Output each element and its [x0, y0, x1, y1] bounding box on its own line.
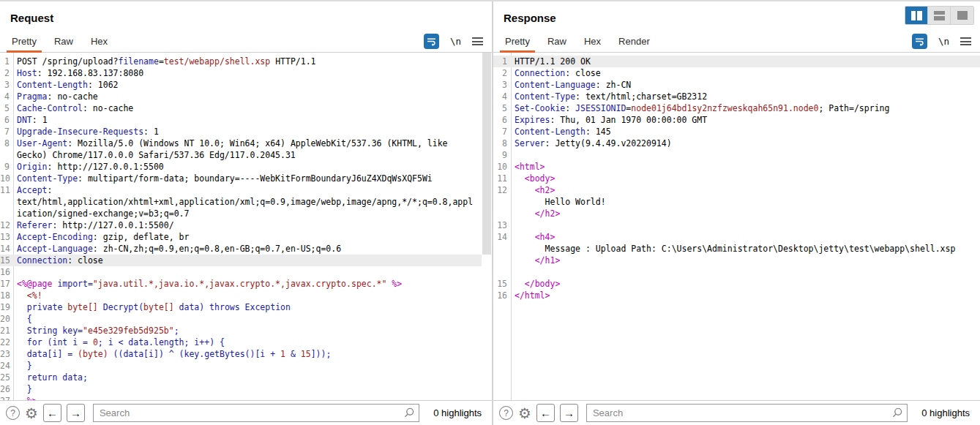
response-tab-hex[interactable]: Hex	[583, 33, 602, 52]
code-line[interactable]: 15Connection: close	[0, 255, 482, 266]
request-header: Request	[0, 1, 492, 34]
line-number: 4	[0, 91, 13, 102]
next-match-button[interactable]: →	[560, 404, 578, 422]
code-line[interactable]: 5Set-Cookie: JSESSIONID=node01j64bd1sy2n…	[493, 102, 980, 114]
code-line[interactable]: 9	[493, 149, 980, 161]
single-view-icon[interactable]	[951, 7, 973, 24]
code-line[interactable]: </h1>	[493, 255, 980, 266]
code-line[interactable]: 12Referer: http://127.0.0.1:5500/	[0, 219, 492, 231]
code-line[interactable]: 27 %>	[0, 395, 492, 400]
line-number	[0, 208, 13, 219]
code-line[interactable]: 10Content-Type: multipart/form-data; bou…	[0, 173, 492, 184]
code-line[interactable]: 22 for (int i = 0; i < data.length; i++)…	[0, 336, 492, 348]
code-line[interactable]: 26 }	[0, 383, 492, 395]
code-text: <body>	[511, 173, 980, 184]
code-line[interactable]: 9Origin: http://127.0.0.1:5500	[0, 161, 492, 173]
help-icon[interactable]: ?	[499, 406, 513, 420]
code-line[interactable]: 18 <%!	[0, 290, 492, 301]
code-line[interactable]: 8Server: Jetty(9.4.49.v20220914)	[493, 138, 980, 149]
code-line[interactable]: 13	[493, 219, 980, 231]
code-line[interactable]: 12 <h2>	[493, 184, 980, 196]
code-line[interactable]: 4Content-Type: text/html;charset=GB2312	[493, 91, 980, 102]
code-text	[511, 149, 980, 161]
code-text: Host: 192.168.83.137:8080	[13, 67, 492, 79]
code-text: Message : Upload Path: C:\Users\Administ…	[511, 243, 980, 255]
hamburger-menu-icon[interactable]	[472, 37, 483, 45]
code-line[interactable]: 19 private byte[] Decrypt(byte[] data) t…	[0, 301, 492, 313]
line-number: 25	[0, 372, 13, 383]
request-tab-pretty[interactable]: Pretty	[10, 33, 38, 52]
code-line[interactable]: 14Accept-Language: zh-CN,zh;q=0.9,en;q=0…	[0, 243, 492, 255]
code-line[interactable]: 7Upgrade-Insecure-Requests: 1	[0, 126, 492, 138]
code-line[interactable]: 23 data[i] = (byte) ((data[i]) ^ (key.ge…	[0, 348, 492, 360]
next-match-button[interactable]: →	[67, 404, 85, 422]
code-line[interactable]: 4Pragma: no-cache	[0, 91, 492, 102]
word-wrap-icon[interactable]	[424, 34, 439, 49]
side-by-side-view-icon[interactable]	[905, 7, 928, 24]
code-line[interactable]: 11Accept:	[0, 184, 492, 196]
code-text: }	[13, 360, 492, 372]
code-line[interactable]: 1HTTP/1.1 200 OK	[493, 56, 980, 67]
code-line[interactable]: ication/signed-exchange;v=b3;q=0.7	[0, 208, 492, 219]
word-wrap-icon[interactable]	[912, 34, 927, 49]
response-searchbar: ? ⚙ ← → 0 highlights	[493, 400, 980, 425]
code-text: <%!	[13, 290, 492, 301]
request-tab-hex[interactable]: Hex	[89, 33, 109, 52]
request-scrollbar[interactable]	[482, 53, 492, 400]
tab-label: Hex	[91, 36, 108, 47]
code-line[interactable]	[493, 266, 980, 278]
help-icon[interactable]: ?	[6, 406, 20, 420]
gear-icon[interactable]: ⚙	[25, 406, 38, 421]
stacked-view-icon[interactable]	[928, 7, 951, 24]
code-text: {	[13, 313, 492, 325]
code-line[interactable]: 3Content-Language: zh-CN	[493, 79, 980, 91]
code-line[interactable]: Hello World!	[493, 196, 980, 208]
code-line[interactable]: Message : Upload Path: C:\Users\Administ…	[493, 243, 980, 255]
response-tab-render[interactable]: Render	[617, 33, 651, 52]
code-line[interactable]: 16</html>	[493, 290, 980, 301]
response-tab-raw[interactable]: Raw	[546, 33, 568, 52]
prev-match-button[interactable]: ←	[536, 404, 555, 422]
line-number: 17	[0, 278, 13, 290]
code-line[interactable]: Gecko) Chrome/117.0.0.0 Safari/537.36 Ed…	[0, 149, 492, 161]
code-line[interactable]: 3Content-Length: 1062	[0, 79, 492, 91]
code-line[interactable]: 15 </body>	[493, 278, 980, 290]
response-tab-pretty[interactable]: Pretty	[504, 33, 531, 52]
code-line[interactable]: text/html,application/xhtml+xml,applicat…	[0, 196, 492, 208]
code-line[interactable]: 1POST /spring/upload?filename=test/webap…	[0, 56, 492, 67]
code-line[interactable]: 10<html>	[493, 161, 980, 173]
newline-toggle-icon[interactable]: \n	[450, 36, 461, 47]
code-line[interactable]: 24 }	[0, 360, 492, 372]
code-line[interactable]: 14 <h4>	[493, 231, 980, 243]
request-scrollbar-thumb[interactable]	[482, 53, 491, 255]
code-line[interactable]: 2Host: 192.168.83.137:8080	[0, 67, 492, 79]
code-line[interactable]: 21 String key="e45e329feb5d925b";	[0, 325, 492, 336]
code-line[interactable]: 6Expires: Thu, 01 Jan 1970 00:00:00 GMT	[493, 114, 980, 126]
code-line[interactable]: 13Accept-Encoding: gzip, deflate, br	[0, 231, 492, 243]
hamburger-menu-icon[interactable]	[960, 37, 971, 45]
code-line[interactable]: 16	[0, 266, 492, 278]
code-line[interactable]: 20 {	[0, 313, 492, 325]
line-number: 23	[0, 348, 13, 360]
code-line[interactable]: 7Content-Length: 145	[493, 126, 980, 138]
code-line[interactable]: </h2>	[493, 208, 980, 219]
code-line[interactable]: 11 <body>	[493, 173, 980, 184]
code-line[interactable]: 17<%@page import="java.util.*,java.io.*,…	[0, 278, 492, 290]
gear-icon[interactable]: ⚙	[518, 406, 531, 421]
request-editor[interactable]: 1POST /spring/upload?filename=test/webap…	[0, 53, 492, 400]
code-line[interactable]: 6DNT: 1	[0, 114, 492, 126]
request-tab-raw[interactable]: Raw	[53, 33, 75, 52]
code-line[interactable]: 2Connection: close	[493, 67, 980, 79]
code-text: Gecko) Chrome/117.0.0.0 Safari/537.36 Ed…	[13, 149, 492, 161]
code-line[interactable]: 8User-Agent: Mozilla/5.0 (Windows NT 10.…	[0, 138, 492, 149]
prev-match-button[interactable]: ←	[43, 404, 61, 422]
newline-toggle-icon[interactable]: \n	[938, 36, 949, 47]
request-search-input[interactable]	[93, 404, 419, 422]
response-search-input[interactable]	[586, 404, 908, 422]
response-editor[interactable]: 1HTTP/1.1 200 OK2Connection: close3Conte…	[493, 53, 980, 400]
line-number: 12	[493, 184, 511, 196]
line-number: 20	[0, 313, 13, 325]
code-line[interactable]: 5Cache-Control: no-cache	[0, 102, 492, 114]
code-text: Connection: close	[511, 67, 980, 79]
code-line[interactable]: 25 return data;	[0, 372, 492, 383]
